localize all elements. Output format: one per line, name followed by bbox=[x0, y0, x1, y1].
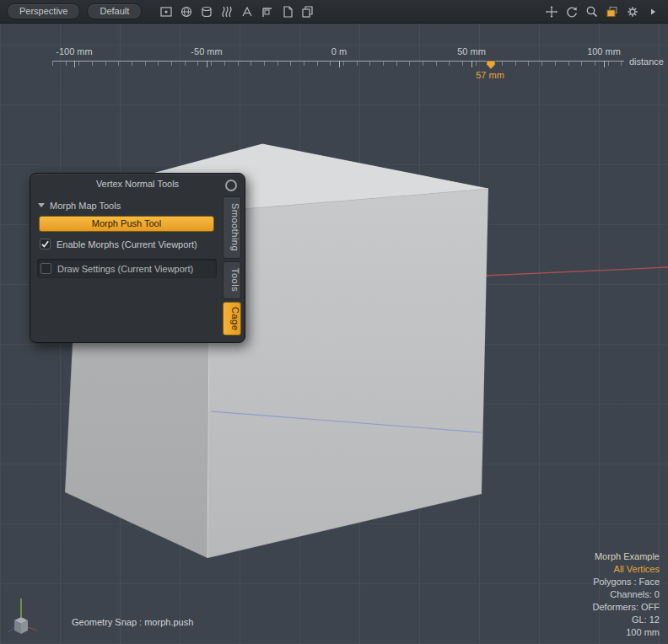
3d-viewport[interactable]: -100 mm -50 mm 0 m 50 mm 100 mm distance… bbox=[0, 24, 668, 644]
perspective-dropdown[interactable]: Perspective bbox=[7, 3, 80, 19]
morph-map-tools-section[interactable]: Morph Map Tools bbox=[38, 198, 216, 212]
ruler-tick-label: 100 mm bbox=[587, 46, 621, 56]
distance-ruler[interactable]: -100 mm -50 mm 0 m 50 mm 100 mm distance… bbox=[0, 24, 668, 87]
mesh-name: Morph Example bbox=[593, 550, 660, 563]
draw-settings-label: Draw Settings (Current Viewport) bbox=[57, 264, 193, 274]
falloff-icon[interactable] bbox=[177, 4, 195, 19]
top-toolbar: Perspective Default bbox=[0, 0, 668, 24]
draw-settings-row: Draw Settings (Current Viewport) bbox=[37, 259, 217, 278]
uv-view-icon[interactable] bbox=[278, 4, 296, 19]
ruler-tick-label: 0 m bbox=[331, 46, 347, 56]
polygons-type: Polygons : Face bbox=[593, 576, 660, 588]
enable-morphs-label: Enable Morphs (Current Viewport) bbox=[57, 239, 197, 250]
panel-pin-button[interactable] bbox=[225, 180, 237, 191]
ruler-minor-ticks bbox=[52, 62, 624, 66]
deformers-status: Deformers: OFF bbox=[593, 601, 660, 614]
ruler-major-tick bbox=[339, 61, 340, 67]
more-arrow-icon[interactable] bbox=[644, 4, 661, 19]
section-label: Morph Map Tools bbox=[50, 201, 121, 211]
enable-morphs-row: Enable Morphs (Current Viewport) bbox=[40, 239, 197, 250]
slip-icon[interactable] bbox=[238, 4, 256, 19]
selection-mode: All Vertices bbox=[593, 563, 660, 576]
ruler-marker-handle[interactable] bbox=[486, 61, 496, 70]
viewport-info-block: Morph Example All Vertices Polygons : Fa… bbox=[593, 550, 660, 639]
view-control-group bbox=[542, 4, 661, 19]
view-preset-dropdown[interactable]: Default bbox=[87, 3, 142, 19]
enable-morphs-checkbox[interactable] bbox=[40, 239, 51, 250]
ruler-tick-label: -100 mm bbox=[56, 46, 92, 56]
tab-cage[interactable]: Cage bbox=[223, 302, 241, 335]
morph-push-tool-button[interactable]: Morph Push Tool bbox=[39, 216, 214, 232]
tool-icon-group bbox=[157, 4, 316, 19]
axis-gizmo-icon bbox=[5, 593, 44, 641]
gl-count: GL: 12 bbox=[593, 614, 660, 626]
vertex-normal-tools-panel: Vertex Normal Tools Morph Map Tools Morp… bbox=[30, 173, 245, 343]
maximize-icon[interactable] bbox=[603, 4, 621, 19]
checkmark-icon bbox=[40, 239, 50, 249]
ruler-tick-label: -50 mm bbox=[191, 46, 222, 56]
cube-right-face bbox=[207, 189, 488, 558]
pan-icon[interactable] bbox=[542, 4, 560, 19]
channels-count: Channels: 0 bbox=[593, 588, 660, 601]
panel-title: Vertex Normal Tools bbox=[30, 174, 245, 194]
grid-size: 100 mm bbox=[593, 626, 660, 639]
tab-tools[interactable]: Tools bbox=[223, 261, 241, 299]
rotate-icon[interactable] bbox=[563, 4, 580, 19]
workplane-icon[interactable] bbox=[258, 4, 276, 19]
ruler-tick-label: 50 mm bbox=[457, 46, 486, 56]
draw-settings-checkbox[interactable] bbox=[40, 263, 51, 274]
ruler-major-tick bbox=[74, 61, 75, 67]
tab-smoothing[interactable]: Smoothing bbox=[223, 196, 241, 259]
action-center-icon[interactable] bbox=[157, 4, 175, 19]
snapping-icon[interactable] bbox=[218, 4, 235, 19]
zoom-icon[interactable] bbox=[583, 4, 601, 19]
ruler-marker-value: 57 mm bbox=[476, 70, 504, 80]
x-axis-line bbox=[485, 267, 668, 276]
chevron-down-icon bbox=[38, 203, 45, 207]
ruler-major-tick bbox=[207, 61, 207, 67]
symmetry-icon[interactable] bbox=[197, 4, 215, 19]
mirror-icon[interactable] bbox=[299, 4, 316, 19]
ruler-major-tick bbox=[471, 61, 472, 67]
snap-status-text: Geometry Snap : morph.push bbox=[72, 617, 193, 627]
ruler-axis-label: distance bbox=[629, 56, 664, 67]
ruler-major-tick bbox=[604, 61, 605, 67]
settings-gear-icon[interactable] bbox=[623, 4, 641, 19]
